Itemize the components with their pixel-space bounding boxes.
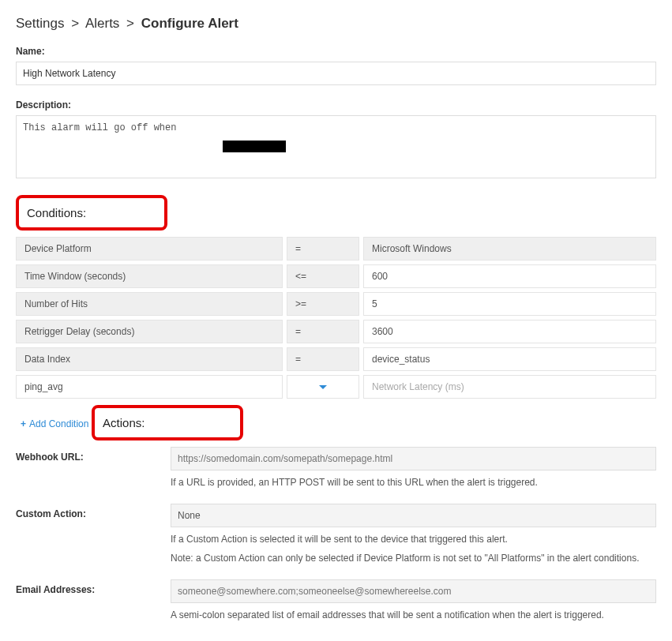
condition-value[interactable]: Microsoft Windows — [363, 237, 656, 261]
conditions-header: Conditions: — [24, 201, 156, 224]
condition-value-placeholder[interactable]: Network Latency (ms) — [363, 375, 656, 399]
custom-action-select[interactable]: None — [171, 504, 656, 527]
condition-key[interactable]: Retrigger Delay (seconds) — [16, 320, 283, 343]
condition-key[interactable]: Data Index — [16, 347, 283, 371]
condition-value[interactable]: 5 — [363, 292, 656, 316]
name-input[interactable] — [16, 62, 656, 85]
breadcrumb-sep: > — [126, 16, 134, 31]
condition-op[interactable]: = — [287, 320, 359, 343]
condition-value[interactable]: device_status — [363, 347, 656, 371]
condition-op[interactable]: = — [287, 237, 359, 261]
custom-action-label: Custom Action: — [16, 504, 171, 565]
condition-key[interactable]: Time Window (seconds) — [16, 264, 283, 288]
breadcrumb: Settings > Alerts > Configure Alert — [16, 16, 656, 32]
condition-row: Time Window (seconds) <= 600 — [16, 264, 656, 288]
chevron-down-icon — [319, 385, 327, 389]
add-condition-label: Add Condition — [29, 418, 88, 429]
email-help: A semi-colon separated list of email add… — [171, 608, 656, 622]
redaction-block — [223, 141, 286, 152]
conditions-header-box: Conditions: — [16, 195, 167, 231]
breadcrumb-l1[interactable]: Settings — [16, 16, 64, 31]
condition-op-dropdown[interactable] — [287, 375, 359, 399]
breadcrumb-current: Configure Alert — [141, 16, 238, 31]
description-label: Description: — [16, 99, 656, 111]
email-label: Email Addresses: — [16, 579, 171, 622]
email-row: Email Addresses: A semi-colon separated … — [16, 579, 656, 622]
condition-value[interactable]: 3600 — [363, 320, 656, 343]
condition-row: Data Index = device_status — [16, 347, 656, 371]
description-textarea[interactable] — [16, 115, 656, 178]
condition-op[interactable]: >= — [287, 292, 359, 316]
condition-row: Retrigger Delay (seconds) = 3600 — [16, 320, 656, 343]
condition-key-input[interactable]: ping_avg — [16, 375, 283, 399]
custom-action-row: Custom Action: None If a Custom Action i… — [16, 504, 656, 565]
actions-header: Actions: — [99, 411, 232, 434]
breadcrumb-sep: > — [71, 16, 79, 31]
condition-value[interactable]: 600 — [363, 264, 656, 288]
webhook-row: Webhook URL: If a URL is provided, an HT… — [16, 447, 656, 489]
webhook-input[interactable] — [171, 447, 656, 470]
condition-op[interactable]: <= — [287, 264, 359, 288]
email-input[interactable] — [171, 579, 656, 603]
condition-row: Number of Hits >= 5 — [16, 292, 656, 316]
condition-op[interactable]: = — [287, 347, 359, 371]
condition-key[interactable]: Device Platform — [16, 237, 283, 261]
actions-header-box: Actions: — [92, 405, 243, 440]
name-label: Name: — [16, 46, 656, 57]
plus-icon: + — [21, 418, 26, 429]
condition-key[interactable]: Number of Hits — [16, 292, 283, 316]
add-condition-link[interactable]: + Add Condition — [21, 418, 88, 429]
custom-action-help2: Note: a Custom Action can only be select… — [171, 551, 656, 565]
custom-action-help1: If a Custom Action is selected it will b… — [171, 532, 656, 546]
conditions-grid: Device Platform = Microsoft Windows Time… — [16, 237, 656, 399]
breadcrumb-l2[interactable]: Alerts — [85, 16, 119, 31]
condition-row-custom: ping_avg Network Latency (ms) — [16, 375, 656, 399]
webhook-label: Webhook URL: — [16, 447, 171, 489]
condition-row: Device Platform = Microsoft Windows — [16, 237, 656, 261]
webhook-help: If a URL is provided, an HTTP POST will … — [171, 475, 656, 489]
